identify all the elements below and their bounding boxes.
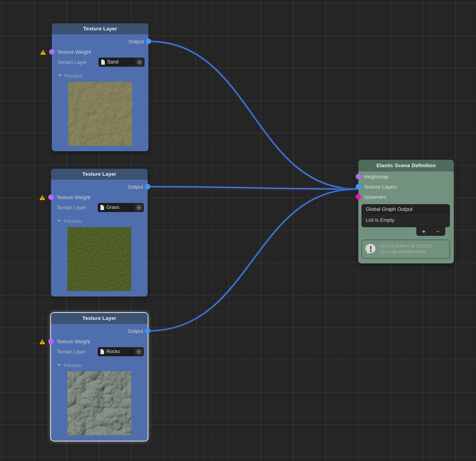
output-port-label: Output — [128, 328, 143, 334]
edge-sand-to-texture-layers[interactable] — [148, 41, 357, 189]
terrain-asset-name: Rocks — [106, 349, 134, 354]
node-texture-layer-sand[interactable]: Texture Layer Output Texture Weight Terr… — [52, 23, 148, 151]
texture-preview-rocks — [67, 371, 131, 435]
preview-foldout[interactable]: Preview — [51, 217, 148, 225]
spawners-port[interactable] — [356, 194, 361, 200]
list-empty-text: List is Empty — [362, 214, 450, 227]
preview-foldout[interactable]: Preview — [52, 72, 148, 79]
texture-weight-port[interactable] — [49, 49, 55, 55]
asset-doc-icon — [100, 205, 104, 210]
foldout-triangle-icon — [58, 74, 62, 77]
node-title: Texture Layer — [51, 313, 148, 324]
terrain-layer-label: Terrain Layer — [56, 349, 86, 355]
texture-preview-sand — [68, 82, 132, 146]
output-port-label: Output — [129, 39, 144, 44]
node-title: Texture Layer — [51, 169, 148, 180]
output-port-label: Output — [128, 184, 143, 190]
preview-label: Preview — [64, 73, 82, 79]
terrain-asset-name: Sand — [107, 59, 135, 65]
texture-preview-grass — [67, 227, 131, 291]
graph-output-header: Global Graph Output — [362, 205, 450, 214]
node-elastic-scene-definition[interactable]: Elastic Scene Definition Heightmap Textu… — [358, 160, 454, 263]
object-picker-icon[interactable] — [134, 348, 143, 356]
heightmap-port-label: Heightmap — [364, 174, 388, 180]
warning-icon — [40, 49, 46, 55]
object-picker-icon[interactable] — [135, 58, 144, 66]
texture-layers-port[interactable] — [356, 184, 361, 189]
node-title: Texture Layer — [52, 23, 148, 34]
heightmap-port[interactable] — [356, 174, 361, 179]
output-port[interactable] — [145, 184, 150, 189]
warning-icon — [39, 339, 45, 344]
foldout-triangle-icon — [57, 220, 61, 222]
edge-rocks-to-texture-layers[interactable] — [148, 189, 357, 331]
terrain-layer-label: Terrain Layer — [56, 205, 86, 210]
add-item-button[interactable]: + — [422, 228, 426, 234]
texture-weight-port[interactable] — [48, 339, 54, 344]
node-texture-layer-rocks[interactable]: Texture Layer Output Texture Weight Terr… — [51, 313, 148, 441]
edge-grass-to-texture-layers[interactable] — [148, 187, 357, 189]
spawners-port-label: Spawners — [364, 194, 386, 200]
preview-foldout[interactable]: Preview — [51, 361, 148, 369]
terrain-layer-object-field[interactable]: Grass — [98, 203, 144, 212]
texture-weight-label: Texture Weight — [57, 49, 91, 55]
remove-item-button[interactable]: − — [436, 228, 440, 234]
terrain-layer-object-field[interactable]: Sand — [99, 58, 145, 67]
preview-label: Preview — [63, 218, 81, 224]
terrain-layer-object-field[interactable]: Rocks — [98, 347, 144, 356]
output-port[interactable] — [146, 39, 151, 44]
node-texture-layer-grass[interactable]: Texture Layer Output Texture Weight Terr… — [51, 169, 148, 297]
list-footer: + − — [416, 227, 445, 236]
terrain-asset-name: Grass — [106, 205, 134, 210]
warning-icon — [39, 195, 45, 200]
info-bubble-icon — [365, 243, 377, 255]
texture-weight-port[interactable] — [48, 194, 54, 200]
asset-doc-icon — [100, 349, 104, 354]
texture-layers-port-label: Texture Layers — [364, 184, 397, 190]
buffer-info-line1: Up to 0 Buffers. At 512x512 — [380, 243, 432, 249]
texture-weight-label: Texture Weight — [56, 194, 90, 200]
terrain-layer-label: Terrain Layer — [57, 59, 87, 65]
texture-weight-label: Texture Weight — [56, 339, 90, 344]
graph-canvas[interactable]: Texture Layer Output Texture Weight Terr… — [0, 0, 476, 461]
preview-label: Preview — [63, 362, 81, 368]
output-port[interactable] — [145, 328, 150, 334]
foldout-triangle-icon — [57, 364, 61, 366]
global-graph-output-list: Global Graph Output List is Empty — [361, 204, 450, 227]
node-title: Elastic Scene Definition — [358, 160, 454, 171]
buffer-info-line2: up to 0B of RAM/VRAM. — [380, 249, 432, 255]
object-picker-icon[interactable] — [134, 203, 143, 212]
buffer-info-box: Up to 0 Buffers. At 512x512 up to 0B of … — [361, 240, 450, 259]
asset-doc-icon — [101, 60, 105, 65]
